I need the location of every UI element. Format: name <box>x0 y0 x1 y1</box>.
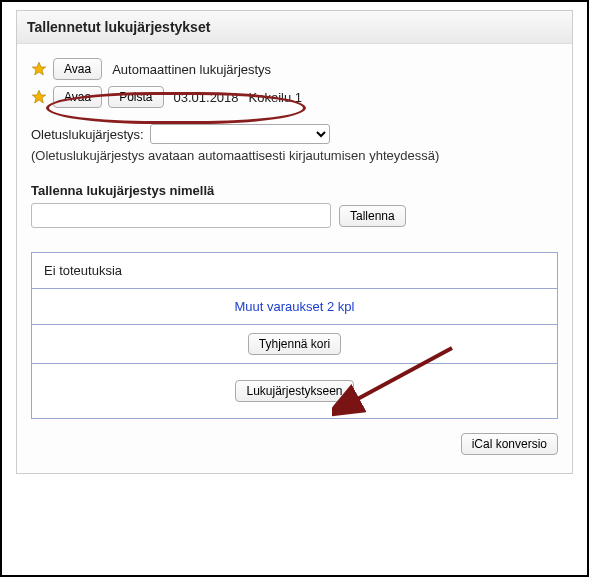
other-reservations-link[interactable]: Muut varaukset 2 kpl <box>235 299 355 314</box>
to-schedule-button[interactable]: Lukujärjestykseen <box>235 380 353 402</box>
save-schedule-row: Tallenna <box>31 203 558 228</box>
default-schedule-select[interactable] <box>150 124 330 144</box>
svg-marker-0 <box>32 62 45 75</box>
delete-button[interactable]: Poista <box>108 86 163 108</box>
empty-basket-cell: Tyhjennä kori <box>32 325 557 363</box>
empty-basket-button[interactable]: Tyhjennä kori <box>248 333 341 355</box>
star-icon[interactable] <box>31 61 47 77</box>
default-schedule-row: Oletuslukujärjestys: <box>31 124 558 144</box>
save-schedule-label: Tallenna lukujärjestys nimellä <box>31 183 558 198</box>
save-button[interactable]: Tallenna <box>339 205 406 227</box>
schedule-name: Automaattinen lukujärjestys <box>112 62 271 77</box>
schedule-date: 03.01.2018 <box>174 90 239 105</box>
panel-title: Tallennetut lukujärjestykset <box>17 11 572 44</box>
panel-body: Avaa Automaattinen lukujärjestys Avaa Po… <box>17 44 572 473</box>
saved-schedules-panel: Tallennetut lukujärjestykset Avaa Automa… <box>16 10 573 474</box>
default-schedule-hint: (Oletuslukujärjestys avataan automaattis… <box>31 148 558 163</box>
other-reservations-cell: Muut varaukset 2 kpl <box>32 289 557 325</box>
schedule-row-auto: Avaa Automaattinen lukujärjestys <box>31 58 558 80</box>
open-button[interactable]: Avaa <box>53 58 102 80</box>
basket-box: Ei toteutuksia Muut varaukset 2 kpl Tyhj… <box>31 252 558 419</box>
bottom-actions: iCal konversio <box>31 433 558 455</box>
schedule-row-saved: Avaa Poista 03.01.2018 Kokeilu 1 <box>31 86 558 108</box>
schedule-name: Kokeilu 1 <box>249 90 302 105</box>
default-schedule-label: Oletuslukujärjestys: <box>31 127 144 142</box>
schedule-name-input[interactable] <box>31 203 331 228</box>
window: Tallennetut lukujärjestykset Avaa Automa… <box>0 0 589 577</box>
to-schedule-cell: Lukujärjestykseen <box>32 363 557 418</box>
svg-marker-1 <box>32 90 45 103</box>
no-implementations: Ei toteutuksia <box>32 253 557 289</box>
ical-button[interactable]: iCal konversio <box>461 433 558 455</box>
star-icon[interactable] <box>31 89 47 105</box>
open-button[interactable]: Avaa <box>53 86 102 108</box>
